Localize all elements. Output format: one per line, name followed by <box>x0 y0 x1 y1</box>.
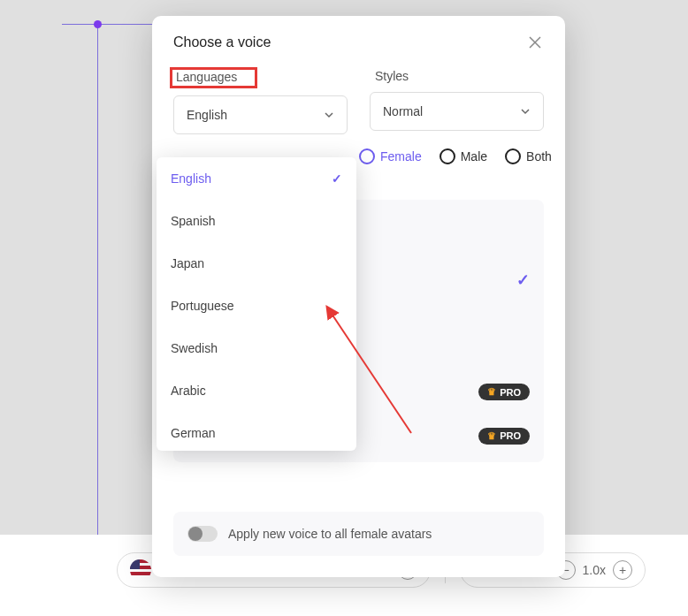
chevron-down-icon <box>324 110 334 120</box>
languages-dropdown[interactable]: English <box>173 95 348 134</box>
gender-male[interactable]: Male <box>440 148 487 164</box>
language-option-arabic[interactable]: Arabic <box>157 369 356 412</box>
apply-all-toggle[interactable] <box>187 526 218 542</box>
radio-icon <box>440 148 455 164</box>
choose-voice-modal: Choose a voice Languages English Styles … <box>152 16 565 577</box>
language-option-label: German <box>171 426 216 440</box>
gender-female-label: Female <box>380 149 422 164</box>
timeline-vertical-line <box>97 24 98 535</box>
gender-male-label: Male <box>461 149 487 164</box>
languages-selected-value: English <box>187 108 227 122</box>
languages-label: Languages <box>170 67 257 88</box>
language-option-english[interactable]: English ✓ <box>157 157 356 200</box>
language-option-label: Portuguese <box>171 299 234 313</box>
speed-value: 1.0x <box>583 563 606 577</box>
language-option-label: Arabic <box>171 384 206 398</box>
language-option-japan[interactable]: Japan <box>157 242 356 285</box>
close-icon[interactable] <box>526 34 544 51</box>
filters-row: Languages English Styles Normal <box>173 67 544 134</box>
radio-icon <box>359 148 375 164</box>
apply-all-label: Apply new voice to all female avatars <box>228 527 432 541</box>
language-option-label: Spanish <box>171 214 216 228</box>
styles-dropdown[interactable]: Normal <box>370 92 544 131</box>
styles-selected-value: Normal <box>383 104 423 118</box>
modal-header: Choose a voice <box>173 34 544 51</box>
language-option-german[interactable]: German <box>157 412 356 451</box>
gender-radio-group: Female Male Both <box>359 148 544 164</box>
chevron-down-icon <box>520 106 531 117</box>
pro-badge: PRO <box>478 428 530 445</box>
languages-dropdown-menu: English ✓ Spanish Japan Portuguese Swedi… <box>157 157 356 451</box>
check-icon: ✓ <box>332 171 342 186</box>
pro-badge: PRO <box>478 384 530 400</box>
language-option-label: Swedish <box>171 341 218 355</box>
language-option-label: Japan <box>171 256 204 270</box>
check-icon: ✓ <box>516 270 530 290</box>
us-flag-icon <box>130 559 151 581</box>
language-option-spanish[interactable]: Spanish <box>157 200 356 242</box>
radio-icon <box>505 148 521 164</box>
gender-both[interactable]: Both <box>505 148 552 164</box>
language-option-label: English <box>171 171 211 186</box>
apply-all-footer: Apply new voice to all female avatars <box>173 512 544 556</box>
timeline-horizontal-line <box>62 24 159 25</box>
styles-filter: Styles Normal <box>370 67 544 134</box>
styles-label: Styles <box>370 67 544 85</box>
gender-both-label: Both <box>526 149 552 164</box>
language-option-swedish[interactable]: Swedish <box>157 327 356 369</box>
gender-female[interactable]: Female <box>359 148 422 164</box>
timeline-dot <box>94 20 102 28</box>
languages-filter: Languages English <box>173 67 348 134</box>
language-option-portuguese[interactable]: Portuguese <box>157 285 356 327</box>
plus-icon[interactable]: + <box>613 560 632 580</box>
modal-title: Choose a voice <box>173 34 271 50</box>
